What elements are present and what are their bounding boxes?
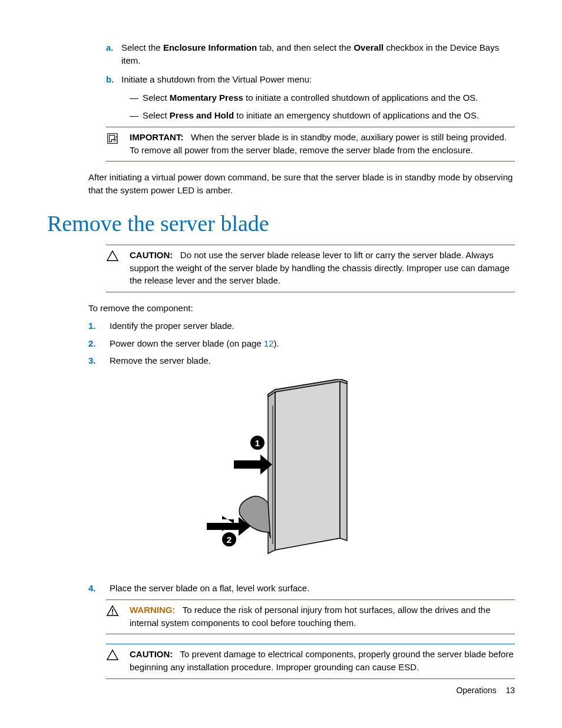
- footer-section: Operations: [456, 686, 496, 695]
- text-bold: Momentary Press: [170, 93, 243, 103]
- dash-item: — Select Momentary Press to initiate a c…: [130, 91, 515, 104]
- text-fragment: tab, and then select the: [257, 42, 353, 52]
- page-link[interactable]: 12: [264, 338, 274, 348]
- substep-marker: a.: [106, 41, 121, 67]
- dash-list: — Select Momentary Press to initiate a c…: [130, 91, 515, 122]
- step-text: Place the server blade on a flat, level …: [110, 582, 515, 595]
- note-icon: [106, 131, 130, 157]
- page-footer: Operations 13: [456, 684, 515, 696]
- note-body: To prevent damage to electrical componen…: [130, 649, 514, 672]
- note-label: IMPORTANT:: [130, 132, 183, 142]
- step-marker: 3.: [88, 354, 110, 367]
- caution-note: CAUTION: To prevent damage to electrical…: [106, 644, 515, 679]
- footer-page: 13: [505, 686, 515, 695]
- step-marker: 1.: [88, 319, 110, 332]
- substep-marker: b.: [106, 73, 121, 86]
- step-text: Power down the server blade (on page 12)…: [110, 337, 515, 350]
- note-text: CAUTION: Do not use the server blade rel…: [130, 249, 515, 287]
- dash-marker: —: [130, 91, 143, 104]
- text-fragment: Select the: [121, 42, 163, 52]
- svg-marker-3: [340, 379, 347, 541]
- text-fragment: to initiate a controlled shutdown of app…: [243, 93, 478, 103]
- svg-marker-6: [234, 454, 272, 475]
- substep-list: a. Select the Enclosure Information tab,…: [106, 41, 515, 85]
- svg-point-12: [112, 613, 113, 614]
- note-text: IMPORTANT: When the server blade is in s…: [130, 131, 515, 157]
- step-text: Remove the server blade.: [110, 354, 515, 367]
- note-label: CAUTION:: [130, 649, 173, 659]
- text-fragment: Select: [143, 110, 170, 120]
- text-fragment: ).: [274, 338, 279, 348]
- note-label: WARNING:: [130, 605, 176, 615]
- callout-2: 2: [227, 535, 232, 545]
- substep-b: b. Initiate a shutdown from the Virtual …: [106, 73, 515, 86]
- note-body: Do not use the server blade release leve…: [130, 250, 510, 286]
- diagram-container: 1 2: [47, 379, 515, 568]
- note-text: WARNING: To reduce the risk of personal …: [130, 604, 515, 630]
- step-marker: 4.: [88, 582, 110, 595]
- step-list-cont: 4. Place the server blade on a flat, lev…: [88, 582, 515, 595]
- text-bold: Enclosure Information: [163, 42, 257, 52]
- step-item: 2. Power down the server blade (on page …: [88, 337, 515, 350]
- caution-icon: [106, 249, 130, 287]
- text-bold: Overall: [353, 42, 384, 52]
- step-item: 1. Identify the proper server blade.: [88, 319, 515, 332]
- step-item: 3. Remove the server blade.: [88, 354, 515, 367]
- svg-marker-1: [275, 379, 340, 550]
- paragraph: After initiating a virtual power down co…: [88, 171, 515, 197]
- substep-text: Select the Enclosure Information tab, an…: [121, 41, 515, 67]
- section-heading: Remove the server blade: [47, 207, 515, 240]
- text-bold: Press and Hold: [170, 110, 234, 120]
- warning-note: WARNING: To reduce the risk of personal …: [106, 599, 515, 635]
- text-fragment: to initiate an emergency shutdown of app…: [234, 110, 479, 120]
- step-text: Identify the proper server blade.: [110, 319, 515, 332]
- dash-text: Select Press and Hold to initiate an eme…: [143, 109, 515, 122]
- caution-icon: [106, 648, 130, 674]
- text-fragment: Select: [143, 93, 170, 103]
- dash-text: Select Momentary Press to initiate a con…: [143, 91, 515, 104]
- callout-1: 1: [255, 438, 260, 448]
- dash-item: — Select Press and Hold to initiate an e…: [130, 109, 515, 122]
- substep-text: Initiate a shutdown from the Virtual Pow…: [121, 73, 515, 86]
- step-list: 1. Identify the proper server blade. 2. …: [88, 319, 515, 367]
- step-item: 4. Place the server blade on a flat, lev…: [88, 582, 515, 595]
- server-blade-diagram: 1 2: [204, 379, 358, 568]
- important-note: IMPORTANT: When the server blade is in s…: [106, 127, 515, 162]
- step-marker: 2.: [88, 337, 110, 350]
- dash-marker: —: [130, 109, 143, 122]
- paragraph: To remove the component:: [88, 302, 515, 315]
- warning-icon: [106, 604, 130, 630]
- caution-note: CAUTION: Do not use the server blade rel…: [106, 245, 515, 292]
- note-label: CAUTION:: [130, 250, 173, 260]
- note-body: To reduce the risk of personal injury fr…: [130, 605, 491, 628]
- substep-a: a. Select the Enclosure Information tab,…: [106, 41, 515, 67]
- note-text: CAUTION: To prevent damage to electrical…: [130, 648, 515, 674]
- text-fragment: Power down the server blade (on page: [110, 338, 264, 348]
